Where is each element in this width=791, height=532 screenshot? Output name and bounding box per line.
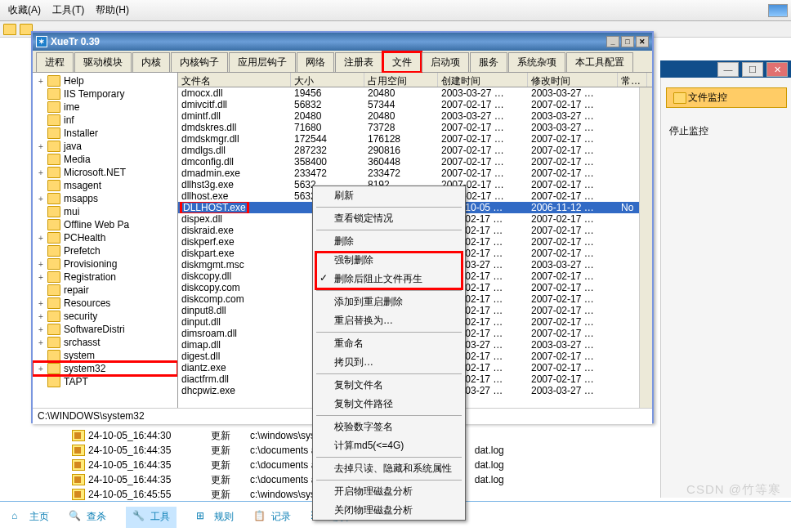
tree-item[interactable]: msagent bbox=[33, 179, 177, 192]
file-row[interactable]: dmadmin.exe2334722334722007-02-17 …2007-… bbox=[178, 168, 652, 179]
tab-5[interactable]: 网络 bbox=[297, 52, 334, 72]
col-ext[interactable]: 常… bbox=[618, 73, 647, 87]
file-row[interactable]: dmdlgs.dll2872322908162007-02-17 …2007-0… bbox=[178, 145, 652, 156]
ctx-item[interactable]: 去掉只读、隐藏和系统属性 bbox=[313, 459, 465, 478]
tab-9[interactable]: 服务 bbox=[470, 52, 507, 72]
file-row[interactable]: dmintf.dll20480204802003-03-27 …2003-03-… bbox=[178, 110, 652, 122]
tree-item[interactable]: +security bbox=[33, 310, 177, 323]
tab-0[interactable]: 进程 bbox=[36, 52, 74, 72]
tree-item[interactable]: TAPT bbox=[33, 375, 177, 388]
tab-1[interactable]: 驱动模块 bbox=[74, 52, 132, 72]
tab-6[interactable]: 注册表 bbox=[335, 52, 382, 72]
tree-item[interactable]: Media bbox=[33, 153, 177, 166]
col-mod[interactable]: 修改时间 bbox=[528, 73, 618, 87]
ctx-item[interactable]: 查看锁定情况 bbox=[313, 209, 465, 228]
menu-tools[interactable]: 工具(T) bbox=[47, 1, 89, 20]
file-row[interactable]: dmivcitf.dll56832573442007-02-17 …2007-0… bbox=[178, 99, 652, 110]
expand-icon[interactable]: + bbox=[36, 364, 46, 373]
nav-记录[interactable]: 📋记录 bbox=[253, 510, 291, 525]
tab-7[interactable]: 文件 bbox=[383, 52, 421, 72]
menu-fav[interactable]: 收藏(A) bbox=[3, 1, 46, 20]
close-button[interactable]: ✕ bbox=[636, 36, 649, 47]
expand-icon[interactable]: + bbox=[36, 338, 46, 347]
list-header[interactable]: 文件名 大小 占用空间 创建时间 修改时间 常… bbox=[178, 73, 652, 87]
menu-help[interactable]: 帮助(H) bbox=[91, 1, 134, 20]
maximize-button[interactable]: ☐ bbox=[742, 62, 763, 77]
ctx-item[interactable]: 重启替换为… bbox=[313, 311, 465, 330]
tree-item[interactable]: +Microsoft.NET bbox=[33, 166, 177, 179]
nav-查杀[interactable]: 🔍查杀 bbox=[69, 510, 106, 525]
tree-item[interactable]: Offline Web Pa bbox=[33, 218, 177, 231]
expand-icon[interactable]: + bbox=[36, 312, 46, 321]
expand-icon[interactable]: + bbox=[36, 234, 46, 243]
tree-item[interactable]: system bbox=[33, 349, 177, 362]
ctx-item[interactable]: 删除 bbox=[313, 232, 465, 251]
expand-icon[interactable]: + bbox=[36, 260, 46, 269]
scrollbar-vertical[interactable] bbox=[639, 87, 652, 408]
nav-主页[interactable]: ⌂主页 bbox=[11, 510, 49, 525]
ctx-item[interactable]: 校验数字签名 bbox=[313, 418, 465, 436]
tree-item[interactable]: IIS Temporary bbox=[33, 87, 177, 101]
tree-item[interactable]: +Help bbox=[33, 74, 177, 87]
tab-2[interactable]: 内核 bbox=[132, 52, 170, 72]
ctx-item[interactable]: 复制文件路径 bbox=[313, 395, 465, 414]
tree-item[interactable]: +srchasst bbox=[33, 336, 177, 349]
tree-item[interactable]: repair bbox=[33, 284, 177, 297]
tree-item[interactable]: +SoftwareDistri bbox=[33, 323, 177, 336]
tree-item[interactable]: Installer bbox=[33, 127, 177, 140]
tab-10[interactable]: 系统杂项 bbox=[508, 52, 565, 72]
ctx-item[interactable]: 复制文件名 bbox=[313, 376, 465, 395]
close-button[interactable]: ✕ bbox=[766, 62, 788, 77]
expand-icon[interactable]: + bbox=[36, 299, 46, 308]
stop-monitor-button[interactable]: 停止监控 bbox=[669, 124, 783, 138]
nav-label: 工具 bbox=[150, 510, 170, 524]
expand-icon[interactable]: + bbox=[36, 142, 46, 151]
minimize-button[interactable]: _ bbox=[606, 36, 619, 47]
file-row[interactable]: dmconfig.dll3584003604482007-02-17 …2007… bbox=[178, 156, 652, 168]
nav-工具[interactable]: 🔧工具 bbox=[126, 507, 177, 528]
tree-item[interactable]: Prefetch bbox=[33, 244, 177, 257]
tree-item[interactable]: +PCHealth bbox=[33, 231, 177, 244]
folder-icon[interactable] bbox=[3, 24, 16, 35]
folder-tree[interactable]: +HelpIIS TemporaryimeinfInstaller+javaMe… bbox=[33, 73, 178, 408]
col-used[interactable]: 占用空间 bbox=[364, 73, 438, 87]
ctx-item[interactable]: 添加到重启删除 bbox=[313, 293, 465, 311]
file-row[interactable]: dmdskmgr.dll1725441761282007-02-17 …2007… bbox=[178, 133, 652, 145]
maximize-button[interactable]: □ bbox=[621, 36, 634, 47]
title-bar[interactable]: ✶ XueTr 0.39 _ □ ✕ bbox=[33, 33, 652, 51]
tree-item[interactable]: +Provisioning bbox=[33, 257, 177, 270]
tree-item[interactable]: mui bbox=[33, 205, 177, 218]
col-size[interactable]: 大小 bbox=[291, 73, 364, 87]
tree-item[interactable]: +Registration bbox=[33, 270, 177, 284]
ctx-item[interactable]: 开启物理磁盘分析 bbox=[313, 482, 465, 501]
tab-11[interactable]: 本工具配置 bbox=[566, 52, 633, 72]
expand-icon[interactable]: + bbox=[36, 168, 46, 177]
ctx-item[interactable]: 关闭物理磁盘分析 bbox=[313, 501, 465, 520]
nav-规则[interactable]: ⊞规则 bbox=[196, 510, 234, 525]
tree-item[interactable]: +Resources bbox=[33, 297, 177, 310]
ctx-item[interactable]: 刷新 bbox=[313, 186, 465, 205]
ctx-item[interactable]: 删除后阻止文件再生 bbox=[313, 270, 465, 288]
tree-item[interactable]: +java bbox=[33, 140, 177, 153]
file-monitor-button[interactable]: 文件监控 bbox=[666, 87, 787, 108]
minimize-button[interactable]: — bbox=[717, 62, 739, 77]
col-name[interactable]: 文件名 bbox=[178, 73, 291, 87]
ctx-item[interactable]: 拷贝到… bbox=[313, 353, 465, 372]
file-row[interactable]: dmocx.dll19456204802003-03-27 …2003-03-2… bbox=[178, 87, 652, 99]
tree-item[interactable]: inf bbox=[33, 114, 177, 127]
expand-icon[interactable]: + bbox=[36, 77, 46, 86]
col-create[interactable]: 创建时间 bbox=[438, 73, 528, 87]
expand-icon[interactable]: + bbox=[36, 325, 46, 334]
tab-3[interactable]: 内核钩子 bbox=[171, 52, 228, 72]
ctx-item[interactable]: 强制删除 bbox=[313, 251, 465, 270]
ctx-item[interactable]: 重命名 bbox=[313, 334, 465, 353]
tree-item[interactable]: +msapps bbox=[33, 192, 177, 205]
file-row[interactable]: dmdskres.dll71680737282007-02-17 …2003-0… bbox=[178, 122, 652, 133]
tree-item[interactable]: ime bbox=[33, 101, 177, 114]
expand-icon[interactable]: + bbox=[36, 194, 46, 203]
ctx-item[interactable]: 计算md5(<=4G) bbox=[313, 436, 465, 455]
tab-4[interactable]: 应用层钩子 bbox=[229, 52, 296, 72]
tree-item[interactable]: +system32 bbox=[33, 362, 177, 375]
expand-icon[interactable]: + bbox=[36, 273, 46, 282]
tab-8[interactable]: 启动项 bbox=[422, 52, 469, 72]
